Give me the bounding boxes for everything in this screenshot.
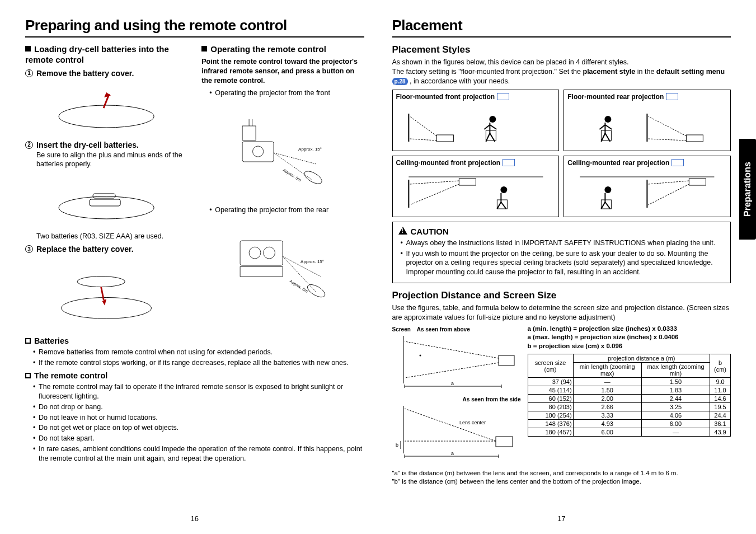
th-min: min length (zooming max) [573,363,641,378]
table-row: 180 (457)6.00—43.9 [528,428,731,437]
formula-line: b = projection size (cm) x 0.096 [528,342,731,351]
svg-point-4 [62,298,152,319]
distance-heading: Projection Distance and Screen Size [392,290,731,301]
page-title-right: Placement [392,17,731,38]
side-tab: Preparations [739,139,756,240]
svg-text:b: b [396,442,398,448]
svg-rect-2 [90,199,120,206]
text-fragment-bold: default setting menu [656,68,725,76]
formulas: a (min. length) = projection size (inche… [528,325,731,351]
svg-rect-43 [496,437,513,447]
square-bullet-icon [201,46,207,51]
formula-line: a (max. length) = projection size (inche… [528,333,731,342]
step-number-icon: 2 [25,141,33,149]
figure-insert-batteries [25,171,187,227]
svg-rect-27 [459,179,476,185]
th-b: b (cm) [710,354,731,378]
caution-list: Always obey the instructions listed in I… [401,238,725,278]
operating-intro: Point the remote control toward the proj… [201,57,364,86]
text-fragment: The factory setting is "floor-mounted fr… [392,68,583,76]
list-item: In rare cases, ambient conditions could … [33,444,364,463]
figure-replace-cover [25,256,187,329]
step-2: 2Insert the dry-cell batteries. [25,140,187,149]
svg-point-11 [303,169,324,186]
step-3: 3Replace the battery cover. [25,245,187,254]
operating-rear-bullet: Operating the projector from the rear [209,205,364,215]
remote-heading: The remote control [25,371,364,380]
list-item: Do not leave in hot or humid locations. [33,413,364,423]
diag-screen-label: Screen [392,326,411,332]
text-fragment: , in accordance with your needs. [408,77,510,85]
placement-ceiling-rear: Ceiling-mounted rear projection [564,156,731,217]
placement-type-icon [497,93,509,100]
svg-text:a: a [451,451,454,456]
batteries-heading-text: Batteries [34,336,69,345]
batteries-heading: Batteries [25,336,364,345]
projection-diagrams: Screen As seen from above a As seen from… [392,325,521,465]
placement-title: Floor-mounted front projection [396,93,495,101]
approx-dist-label: Approx. 5m [282,167,302,182]
page-17: Preparations Placement Placement Styles … [392,17,731,520]
step-2-note: Be sure to align the plus and minus ends… [36,151,187,170]
list-item: Always obey the instructions listed in I… [401,238,725,248]
page-number-left: 16 [191,514,199,523]
batteries-list: Remove batteries from remote control whe… [33,348,364,368]
svg-point-18 [489,116,496,123]
placement-floor-rear: Floor-mounted rear projection [564,90,731,151]
caution-title: CAUTION [398,227,725,236]
square-bullet-icon [25,46,31,51]
figure-operate-rear: Approx. 15° Approx. 5m [201,217,364,318]
list-item: If you wish to mount the projector on th… [401,249,725,278]
step-2-text: Insert the dry-cell batteries. [36,140,139,149]
approx-angle-label: Approx. 15° [298,147,322,152]
operating-heading-text: Operating the remote control [210,44,326,54]
list-item: Do not take apart. [33,434,364,443]
placement-styles-p1: As shown in the figures below, this devi… [392,58,731,67]
svg-rect-15 [240,267,283,277]
svg-point-37 [419,354,421,356]
step-number-icon: 1 [25,69,33,77]
diagram-above: a [392,333,521,389]
text-fragment: in the [635,68,656,76]
svg-point-5 [77,277,125,287]
table-header-row: screen size (cm) projection distance a (… [528,354,731,363]
warning-icon [398,227,407,235]
outline-square-icon [25,373,31,378]
svg-text:a: a [451,381,454,386]
table-row: 60 (152)2.002.4414.6 [528,395,731,403]
th-max: max length (zooming min) [641,363,710,378]
text-fragment-bold: placement style [583,68,636,76]
placement-type-icon [666,93,678,100]
outline-square-icon [25,338,31,344]
page-ref-badge: p.28 [392,78,408,85]
table-row: 37 (94)—1.509.0 [528,378,731,386]
svg-point-28 [500,186,507,193]
left-column-b: Operating the remote control Point the r… [201,44,364,333]
step-1-text: Remove the battery cover. [36,69,134,78]
svg-point-14 [264,247,275,259]
left-column-a: Loading dry-cell batteries into the remo… [25,44,187,333]
diagram-side: Lens center b a [392,403,521,459]
lens-center-label: Lens center [459,420,486,425]
step-2-note2: Two batteries (R03, SIZE AAA) are used. [36,232,187,241]
svg-point-16 [306,282,327,299]
list-item: The remote control may fail to operate i… [33,382,364,401]
th-proj: projection distance a (m) [573,354,710,363]
diag-side-label: As seen from the side [463,396,521,402]
figure-battery-cover-remove [25,80,187,136]
page-title-left: Preparing and using the remote control [25,17,364,38]
projection-table-wrap: a (min. length) = projection size (inche… [528,325,731,437]
remote-heading-text: The remote control [34,371,107,380]
placement-styles-heading: Placement Styles [392,44,731,55]
footnote-b: "b" is the distance (cm) between the len… [392,477,731,486]
svg-rect-3 [93,194,115,198]
loading-heading-text: Loading dry-cell batteries into the remo… [25,44,169,64]
svg-rect-32 [689,179,706,185]
step-3-text: Replace the battery cover. [36,245,134,254]
diag-above-label: As seen from above [417,326,470,332]
list-item: Do not get wet or place on top of wet ob… [33,423,364,433]
list-item: If the remote control stops working, or … [33,358,364,368]
op-rear-text: Operating the projector from the rear [209,205,364,215]
placement-type-icon [503,159,515,166]
placement-styles-p2: The factory setting is "floor-mounted fr… [392,67,731,86]
